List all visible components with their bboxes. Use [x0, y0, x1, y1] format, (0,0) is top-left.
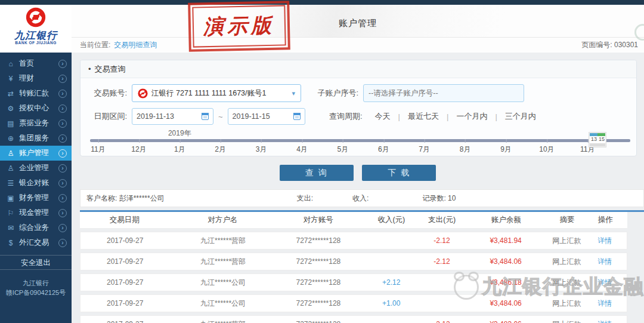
- sidebar-item-account-management[interactable]: ♙ 账户管理 ›: [0, 146, 72, 161]
- chevron-right-icon[interactable]: ›: [58, 119, 67, 128]
- chevron-right-icon[interactable]: ›: [58, 75, 67, 83]
- download-button[interactable]: 下 载: [362, 165, 436, 181]
- group-service-icon: ⊕: [6, 134, 16, 143]
- chevron-right-icon[interactable]: ›: [58, 209, 67, 217]
- col-account: 对方账号: [277, 215, 360, 225]
- range-handle-to[interactable]: 15: [597, 133, 605, 146]
- record-count: 记录数: 10: [422, 193, 456, 204]
- detail-link[interactable]: 详情: [583, 278, 627, 288]
- sidebar-item-wealth[interactable]: ¥ 理财 ›: [0, 71, 72, 86]
- page-title: 账户管理: [72, 18, 644, 29]
- sidebar-item-forex[interactable]: $ 外汇交易 ›: [0, 235, 72, 250]
- table-row: 2017-09-27 九江******营部 7272******128 -2.1…: [80, 315, 627, 323]
- col-summary: 摘要: [550, 215, 583, 225]
- detail-link[interactable]: 详情: [583, 257, 627, 267]
- timeline-month: 3月: [256, 144, 267, 155]
- chevron-right-icon[interactable]: ›: [58, 104, 67, 113]
- bill-icon: ▤: [6, 119, 16, 128]
- timeline-track[interactable]: [90, 139, 630, 142]
- date-range-label: 日期区间:: [80, 111, 127, 122]
- date-to-input[interactable]: [233, 112, 293, 121]
- chevron-right-icon[interactable]: ›: [58, 239, 67, 247]
- sidebar-item-reconciliation[interactable]: ☰ 银企对账 ›: [0, 176, 72, 190]
- timeline-month: 6月: [378, 144, 389, 155]
- timeline-year-label: 2019年: [168, 128, 191, 139]
- date-separator: ~: [218, 112, 223, 121]
- chevron-right-icon[interactable]: ›: [58, 194, 67, 202]
- date-timeline: 2019年 11月 12月 1月 2月 3月 4月 5月 6月 7月 8月 9月…: [90, 128, 627, 156]
- query-button[interactable]: 查 询: [280, 165, 354, 181]
- logout-button[interactable]: 安全退出: [0, 255, 72, 270]
- top-strip: [0, 0, 644, 5]
- col-party: 对方户名: [169, 215, 277, 225]
- authorization-icon: ⚙: [6, 104, 16, 113]
- col-income: 收入(元): [360, 215, 423, 225]
- sidebar-item-group-services[interactable]: ⊕ 集团服务 ›: [0, 131, 72, 146]
- breadcrumb-label: 当前位置:: [80, 40, 110, 50]
- sub-account-input[interactable]: [363, 84, 524, 102]
- timeline-month: 11月: [91, 144, 105, 155]
- page-number: 页面编号: 030301: [581, 40, 638, 50]
- timeline-month: 2月: [215, 144, 226, 155]
- table-row: 2017-09-27 九江******营部 7272******128 -2.1…: [80, 253, 627, 270]
- detail-link[interactable]: 详情: [583, 299, 627, 309]
- sidebar-item-enterprise-management[interactable]: ♙ 企业管理 ›: [0, 161, 72, 176]
- timeline-month: 4月: [296, 144, 308, 155]
- col-balance: 账户余额: [462, 215, 551, 225]
- period-1month[interactable]: 一个月内: [448, 111, 495, 122]
- chevron-right-icon[interactable]: ›: [58, 90, 67, 98]
- timeline-month: 10月: [539, 144, 554, 155]
- detail-link[interactable]: 详情: [583, 236, 627, 246]
- sidebar-footer: 九江银行 赣ICP备09042125号: [0, 278, 72, 297]
- sidebar-item-cash-management[interactable]: ⚐ 现金管理 ›: [0, 205, 72, 220]
- account-select[interactable]: 江银行 7271 1111 1111 1673/账号1 ▾: [132, 84, 301, 102]
- account-management-icon: ♙: [6, 149, 16, 158]
- calendar-icon[interactable]: [202, 113, 209, 120]
- bank-mini-logo-icon: [138, 88, 148, 99]
- sidebar-item-authorization[interactable]: ⚙ 授权中心 ›: [0, 101, 72, 116]
- timeline-month: 8月: [460, 144, 471, 155]
- general-business-icon: ✉: [6, 224, 16, 232]
- sidebar-item-general-business[interactable]: ✉ 综合业务 ›: [0, 220, 72, 235]
- period-label: 查询周期:: [308, 111, 363, 122]
- sidebar-item-home[interactable]: ⌂ 首页 ›: [0, 56, 72, 71]
- timeline-month: 12月: [131, 144, 146, 155]
- sidebar-item-bills[interactable]: ▤ 票据业务 ›: [0, 116, 72, 131]
- sidebar-item-transfer[interactable]: ⇄ 转账汇款 ›: [0, 86, 72, 101]
- timeline-month: 1月: [174, 144, 185, 155]
- calendar-icon[interactable]: [293, 113, 301, 120]
- period-last7days[interactable]: 最近七天: [400, 111, 447, 122]
- date-to-field[interactable]: [228, 108, 305, 125]
- bullet-icon: •: [88, 64, 91, 73]
- period-3months[interactable]: 三个月内: [497, 111, 544, 122]
- date-from-field[interactable]: [132, 108, 213, 125]
- sidebar-item-finance-management[interactable]: ▣ 财务管理 ›: [0, 190, 72, 205]
- transaction-query-panel: •交易查询 交易账号: 江银行 7271 1111 1111 1673/账号1 …: [80, 60, 637, 156]
- account-select-value: 江银行 7271 1111 1111 1673/账号1: [151, 88, 266, 99]
- chevron-right-icon[interactable]: ›: [58, 149, 67, 158]
- bank-logo-icon: [26, 7, 46, 27]
- transfer-icon: ⇄: [6, 90, 16, 98]
- col-action: 操作: [584, 215, 627, 225]
- chevron-right-icon[interactable]: ›: [58, 60, 67, 68]
- demo-stamp: 演示版: [188, 1, 290, 52]
- detail-link[interactable]: 详情: [583, 319, 627, 323]
- table-row: 2017-09-27 九江******公司 7272******128 +1.0…: [80, 294, 627, 312]
- breadcrumb-link[interactable]: 交易明细查询: [114, 40, 157, 50]
- chevron-right-icon[interactable]: ›: [58, 224, 67, 232]
- range-handle-from[interactable]: 13: [590, 133, 597, 146]
- col-date: 交易日期: [80, 215, 169, 225]
- chevron-right-icon[interactable]: ›: [58, 164, 67, 173]
- main-content: •交易查询 交易账号: 江银行 7271 1111 1111 1673/账号1 …: [72, 53, 644, 323]
- result-summary: 客户名称: 彭泽******公司 支出: 收入: 记录数: 10: [80, 189, 644, 207]
- chevron-down-icon[interactable]: ▾: [292, 90, 295, 97]
- date-from-input[interactable]: [137, 112, 202, 121]
- timeline-range-handle[interactable]: 13 15: [589, 133, 606, 147]
- period-today[interactable]: 今天: [367, 111, 398, 122]
- home-icon: ⌂: [6, 60, 16, 68]
- timeline-month: 9月: [500, 144, 512, 155]
- panel-title: •交易查询: [80, 60, 636, 78]
- chevron-right-icon[interactable]: ›: [58, 134, 67, 143]
- customer-name: 客户名称: 彭泽******公司: [86, 193, 165, 204]
- chevron-right-icon[interactable]: ›: [58, 179, 67, 187]
